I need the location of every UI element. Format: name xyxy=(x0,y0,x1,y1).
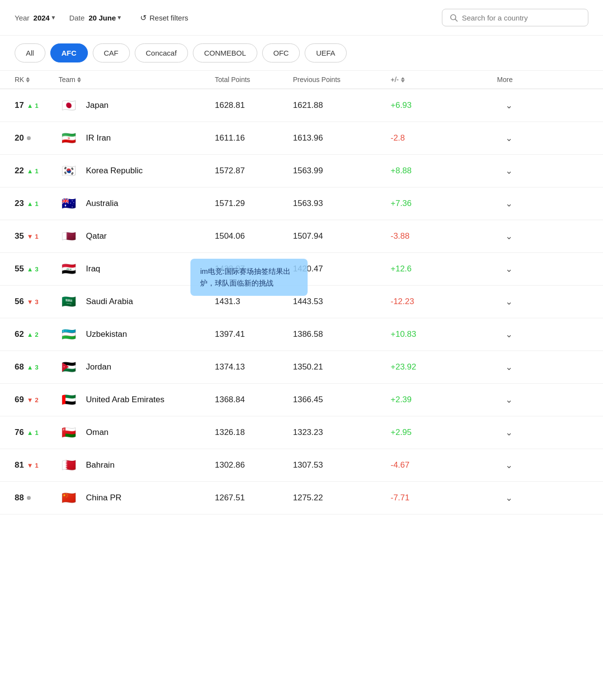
rank-number: 68 xyxy=(15,362,24,372)
expand-row-button[interactable]: ⌄ xyxy=(505,296,513,307)
expand-row-button[interactable]: ⌄ xyxy=(505,362,513,372)
more-cell: ⌄ xyxy=(464,100,513,111)
diff-cell: +6.93 xyxy=(391,101,464,110)
prev-points-cell: 1563.99 xyxy=(293,166,391,176)
more-cell: ⌄ xyxy=(464,362,513,372)
total-points-cell: 1368.84 xyxy=(215,395,293,405)
plusminus-sort-icon[interactable] xyxy=(401,77,405,82)
team-name: Saudi Arabia xyxy=(86,297,133,307)
total-points-cell: 1302.86 xyxy=(215,460,293,470)
prev-points-cell: 1350.21 xyxy=(293,362,391,372)
rank-number: 62 xyxy=(15,329,24,339)
team-cell: 🇨🇳 China PR xyxy=(59,491,215,505)
col-team: Team xyxy=(59,76,215,83)
total-points-cell: 1431.3 xyxy=(215,297,293,307)
expand-row-button[interactable]: ⌄ xyxy=(505,493,513,503)
more-cell: ⌄ xyxy=(464,329,513,340)
change-neutral-icon xyxy=(27,136,31,140)
prev-points-cell: 1275.22 xyxy=(293,493,391,503)
flag-icon: 🇶🇦 xyxy=(59,229,79,244)
search-icon xyxy=(449,13,458,22)
rk-cell: 68 ▲ 3 xyxy=(15,362,59,372)
tab-all[interactable]: All xyxy=(15,43,45,62)
table-row: 68 ▲ 3 🇯🇴 Jordan 1374.13 1350.21 +23.92 … xyxy=(0,351,603,384)
reset-filters-button[interactable]: ↺ Reset filters xyxy=(140,13,188,22)
tab-ofc[interactable]: OFC xyxy=(262,43,300,62)
team-cell: 🇯🇴 Jordan xyxy=(59,360,215,374)
rank-number: 35 xyxy=(15,231,24,241)
team-cell: 🇰🇷 Korea Republic xyxy=(59,164,215,178)
expand-row-button[interactable]: ⌄ xyxy=(505,165,513,176)
table-row: 23 ▲ 1 🇦🇺 Australia 1571.29 1563.93 +7.3… xyxy=(0,187,603,220)
more-cell: ⌄ xyxy=(464,165,513,176)
date-dropdown[interactable]: 20 June ▾ xyxy=(88,14,121,22)
prev-points-cell: 1386.58 xyxy=(293,329,391,339)
rk-cell: 35 ▼ 1 xyxy=(15,231,59,241)
team-name: Korea Republic xyxy=(86,166,143,176)
tab-conmebol[interactable]: CONMEBOL xyxy=(193,43,257,62)
rank-number: 23 xyxy=(15,199,24,208)
expand-row-button[interactable]: ⌄ xyxy=(505,100,513,111)
more-cell: ⌄ xyxy=(464,133,513,144)
col-plusminus: +/- xyxy=(391,76,464,83)
diff-cell: +8.88 xyxy=(391,166,464,176)
diff-cell: +2.39 xyxy=(391,395,464,405)
team-name: Japan xyxy=(86,101,108,110)
rk-cell: 55 ▲ 3 xyxy=(15,264,59,274)
diff-cell: +12.6 xyxy=(391,264,464,274)
team-name: IR Iran xyxy=(86,133,111,143)
change-up-icon: ▲ 2 xyxy=(27,331,39,338)
team-name: United Arab Emirates xyxy=(86,395,165,405)
expand-row-button[interactable]: ⌄ xyxy=(505,133,513,144)
total-points-cell: 1326.18 xyxy=(215,428,293,437)
expand-row-button[interactable]: ⌄ xyxy=(505,394,513,405)
flag-icon: 🇺🇿 xyxy=(59,327,79,342)
rank-number: 81 xyxy=(15,460,24,470)
year-value: 2024 xyxy=(33,14,49,22)
date-value: 20 June xyxy=(88,14,116,22)
flag-icon: 🇴🇲 xyxy=(59,425,79,440)
expand-row-button[interactable]: ⌄ xyxy=(505,427,513,438)
expand-row-button[interactable]: ⌄ xyxy=(505,460,513,471)
prev-points-cell: 1420.47 xyxy=(293,264,391,274)
expand-row-button[interactable]: ⌄ xyxy=(505,264,513,274)
total-points-cell: 1267.51 xyxy=(215,493,293,503)
total-points-cell: 1628.81 xyxy=(215,101,293,110)
more-cell: ⌄ xyxy=(464,394,513,405)
change-down-icon: ▼ 1 xyxy=(27,462,39,469)
change-down-icon: ▼ 3 xyxy=(27,298,39,306)
table-row: 62 ▲ 2 🇺🇿 Uzbekistan 1397.41 1386.58 +10… xyxy=(0,318,603,351)
total-points-cell: 1397.41 xyxy=(215,329,293,339)
tab-concacaf[interactable]: Concacaf xyxy=(135,43,188,62)
tab-caf[interactable]: CAF xyxy=(93,43,130,62)
team-name: Bahrain xyxy=(86,460,115,470)
flag-icon: 🇯🇵 xyxy=(59,98,79,113)
rank-number: 88 xyxy=(15,493,24,503)
expand-row-button[interactable]: ⌄ xyxy=(505,329,513,340)
tab-afc[interactable]: AFC xyxy=(50,43,88,62)
more-cell: ⌄ xyxy=(464,231,513,242)
team-cell: 🇯🇵 Japan xyxy=(59,98,215,113)
more-cell: ⌄ xyxy=(464,460,513,471)
rank-number: 55 xyxy=(15,264,24,274)
year-dropdown[interactable]: 2024 ▾ xyxy=(33,14,54,22)
total-points-cell: 1504.06 xyxy=(215,231,293,241)
team-sort-icon[interactable] xyxy=(77,77,81,82)
tab-uefa[interactable]: UEFA xyxy=(305,43,346,62)
diff-cell: -12.23 xyxy=(391,297,464,307)
rk-sort-icon[interactable] xyxy=(26,77,30,82)
expand-row-button[interactable]: ⌄ xyxy=(505,198,513,209)
diff-cell: -3.88 xyxy=(391,231,464,241)
change-up-icon: ▲ 1 xyxy=(27,167,39,175)
search-input[interactable] xyxy=(462,14,581,22)
team-name: Uzbekistan xyxy=(86,329,127,339)
expand-row-button[interactable]: ⌄ xyxy=(505,231,513,242)
rk-cell: 20 xyxy=(15,133,59,143)
tabs-row: AllAFCCAFConcacafCONMEBOLOFCUEFA xyxy=(0,36,603,71)
flag-icon: 🇯🇴 xyxy=(59,360,79,374)
rk-cell: 76 ▲ 1 xyxy=(15,428,59,437)
diff-cell: +2.95 xyxy=(391,428,464,437)
more-cell: ⌄ xyxy=(464,493,513,503)
total-points-cell: 1571.29 xyxy=(215,199,293,208)
table-row: 76 ▲ 1 🇴🇲 Oman 1326.18 1323.23 +2.95 ⌄ xyxy=(0,416,603,449)
